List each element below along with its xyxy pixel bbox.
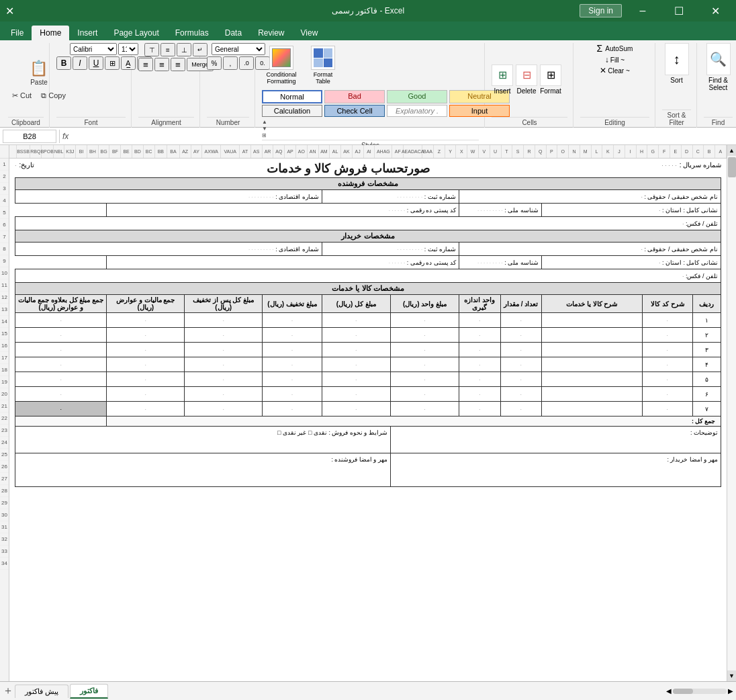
col-bpob[interactable]: BPOB [42,145,54,158]
item-5-uprice[interactable]: · [390,372,459,387]
item-4-code[interactable]: · [642,357,692,372]
col-baa[interactable]: BAA [422,145,434,158]
normal-style[interactable]: Normal [262,90,322,103]
col-b[interactable]: B [704,145,715,158]
item-row-5[interactable]: ۵ · · · · · · · · · [15,372,721,387]
item-5-unit[interactable]: · [459,372,500,387]
autosum-button[interactable]: AutoSum [605,45,633,52]
item-3-unit[interactable]: · [459,343,500,357]
tab-file[interactable]: File [3,26,32,40]
col-e[interactable]: E [670,145,682,158]
name-box[interactable] [3,130,56,143]
item-2-grand[interactable]: · [15,328,107,343]
item-2-count[interactable]: · [500,328,541,343]
item-6-after[interactable]: · [185,387,263,402]
item-5-count[interactable]: · [500,372,541,387]
col-k[interactable]: K [602,145,614,158]
styles-scroll-up[interactable]: ▲ [262,120,267,125]
col-bc[interactable]: BC [144,145,155,158]
col-nbl[interactable]: NBL [54,145,65,158]
tab-view[interactable]: View [293,26,326,40]
delete-button[interactable]: ⊟ [516,64,537,86]
item-1-tax[interactable]: · [107,313,185,328]
col-be[interactable]: BE [121,145,132,158]
col-az[interactable]: AZ [180,145,191,158]
col-ax[interactable]: AXWA [202,145,221,158]
item-1-total[interactable]: · [322,313,390,328]
item-3-grand[interactable]: · [15,343,107,357]
good-style[interactable]: Good [387,90,447,103]
item-4-total[interactable]: · [322,357,390,372]
insert-button[interactable]: ⊞ [492,64,513,86]
item-7-unit[interactable]: · [459,402,500,417]
styles-scroll-all[interactable]: ⊞ [262,133,267,138]
item-3-discount[interactable]: · [263,343,322,357]
item-6-code[interactable]: · [642,387,692,402]
col-k3j[interactable]: K3J [64,145,76,158]
italic-button[interactable]: I [73,56,87,70]
h-scroll-right[interactable]: ▶ [728,687,733,695]
col-bi[interactable]: BI [76,145,87,158]
conditional-formatting-button[interactable]: Conditional Formatting [262,43,301,87]
col-bg[interactable]: BG [99,145,110,158]
col-g[interactable]: G [647,145,659,158]
notes-cell[interactable]: توضیحات : [390,427,721,453]
scroll-track[interactable] [727,156,736,670]
item-3-tax[interactable]: · [107,343,185,357]
check-cell-style[interactable]: Check Cell [324,105,385,117]
align-bottom-button[interactable]: ⊥ [177,43,191,56]
sheet-tab-invoice[interactable]: فاکتور [70,684,108,699]
col-am[interactable]: AM [319,145,330,158]
item-7-total[interactable]: · [322,402,390,417]
col-ba[interactable]: BA [167,145,180,158]
underline-button[interactable]: U [89,56,103,70]
item-4-desc[interactable] [541,357,642,372]
item-3-count[interactable]: · [500,343,541,357]
item-row-2[interactable]: ۲ · · · · · · · · · [15,328,721,343]
col-bh[interactable]: BH [87,145,99,158]
col-p[interactable]: P [547,145,558,158]
col-y[interactable]: Y [445,145,457,158]
item-6-desc[interactable] [541,387,642,402]
item-row-1[interactable]: ۱ · · · · · · · · · [15,313,721,328]
item-5-desc[interactable] [541,372,642,387]
item-row-6[interactable]: ۶ · · · · · · · · · [15,387,721,402]
cut-button[interactable]: ✂ Cut [8,90,36,101]
col-ae[interactable]: AEADACA [404,145,422,158]
styles-scroll-down[interactable]: ▼ [262,126,267,132]
item-2-tax[interactable]: · [107,328,185,343]
item-2-uprice[interactable]: · [390,328,459,343]
item-1-uprice[interactable]: · [390,313,459,328]
increase-decimal-button[interactable]: .0 [239,56,254,70]
col-i[interactable]: I [625,145,637,158]
item-1-after[interactable]: · [185,313,263,328]
item-1-code[interactable]: · [642,313,692,328]
tab-home[interactable]: Home [32,26,69,40]
align-top-button[interactable]: ⊤ [144,43,159,56]
item-row-4[interactable]: ۴ · · · · · · · · · [15,357,721,372]
col-aq[interactable]: AQ [273,145,285,158]
align-center-button[interactable]: ≡ [154,58,169,71]
item-7-uprice[interactable]: · [390,402,459,417]
minimize-button[interactable]: – [627,0,658,21]
align-right-button[interactable]: ≡ [171,58,185,71]
item-7-discount[interactable]: · [263,402,322,417]
col-m[interactable]: M [580,145,592,158]
clear-button[interactable]: Clear ~ [608,67,630,75]
align-left-button[interactable]: ≡ [138,58,153,71]
item-7-after[interactable]: · [185,402,263,417]
col-ah[interactable]: AHAG [375,145,392,158]
col-bb[interactable]: BB [155,145,168,158]
item-4-count[interactable]: · [500,357,541,372]
explanatory-style[interactable]: Explanatory . [387,105,447,117]
col-at[interactable]: AT [240,145,251,158]
close-button[interactable]: ✕ [700,0,731,21]
tab-review[interactable]: Review [250,26,292,40]
format-cells-button[interactable]: ⊞ [540,64,561,86]
maximize-button[interactable]: ☐ [663,0,694,21]
add-sheet-button[interactable]: ＋ [3,684,13,698]
item-7-grand[interactable]: · [15,402,107,417]
item-4-uprice[interactable]: · [390,357,459,372]
item-6-discount[interactable]: · [263,387,322,402]
calculation-style[interactable]: Calculation [262,105,322,117]
